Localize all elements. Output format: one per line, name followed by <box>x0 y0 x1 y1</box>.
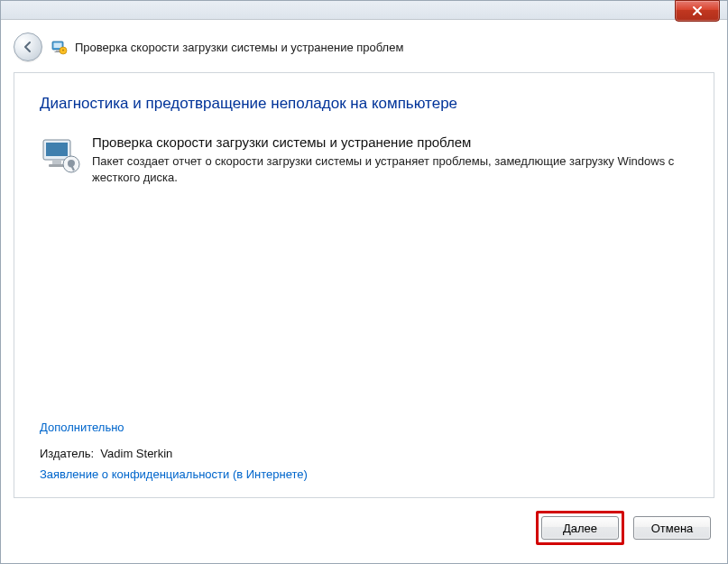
header-title: Проверка скорости загрузки системы и уст… <box>75 41 403 54</box>
tool-description: Пакет создает отчет о скорости загрузки … <box>92 153 688 185</box>
button-row: Далее Отмена <box>1 498 727 545</box>
svg-rect-1 <box>54 43 62 49</box>
next-button[interactable]: Далее <box>541 516 619 540</box>
content-panel: Диагностика и предотвращение неполадок н… <box>14 72 714 498</box>
close-icon <box>692 5 703 16</box>
titlebar <box>1 1 727 20</box>
header-row: Проверка скорости загрузки системы и уст… <box>1 20 727 72</box>
troubleshoot-app-icon <box>51 39 68 55</box>
svg-rect-6 <box>46 143 68 156</box>
panel-heading: Диагностика и предотвращение неполадок н… <box>40 95 688 113</box>
publisher-line: Издатель: Vadim Sterkin <box>40 447 688 460</box>
tool-title: Проверка скорости загрузки системы и уст… <box>92 134 688 150</box>
wizard-window: Проверка скорости загрузки системы и уст… <box>0 0 728 564</box>
close-button[interactable] <box>675 0 720 22</box>
cancel-button[interactable]: Отмена <box>633 516 711 540</box>
troubleshoot-tool-icon <box>40 134 83 178</box>
tool-text: Проверка скорости загрузки системы и уст… <box>92 134 688 185</box>
publisher-value: Vadim Sterkin <box>100 447 172 460</box>
privacy-link[interactable]: Заявление о конфиденциальности (в Интерн… <box>40 467 308 481</box>
advanced-link[interactable]: Дополнительно <box>40 421 124 434</box>
svg-rect-8 <box>49 164 65 167</box>
back-button[interactable] <box>14 32 42 61</box>
tool-row: Проверка скорости загрузки системы и уст… <box>40 134 688 185</box>
svg-rect-7 <box>52 160 61 164</box>
svg-rect-2 <box>56 50 60 51</box>
back-arrow-icon <box>21 40 35 54</box>
publisher-label: Издатель: <box>40 447 94 460</box>
next-button-highlight: Далее <box>536 511 624 545</box>
panel-footer: Дополнительно Издатель: Vadim Sterkin За… <box>40 421 688 481</box>
